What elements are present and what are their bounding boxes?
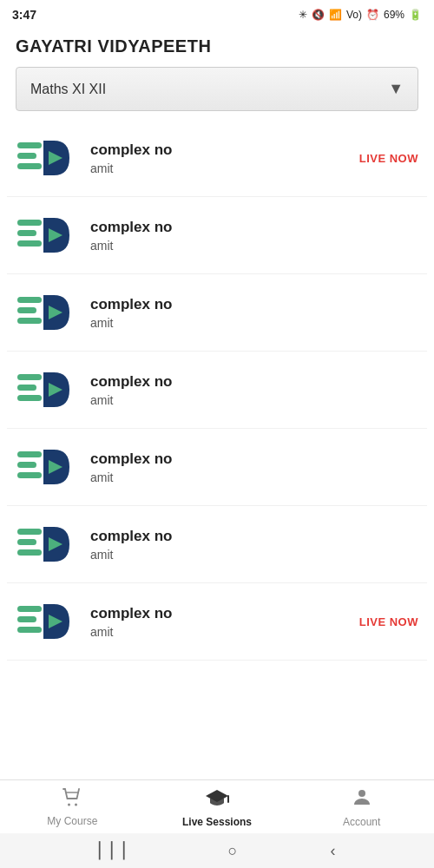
svg-rect-2 [17, 163, 42, 169]
svg-rect-21 [17, 539, 36, 545]
battery-icon: 🔋 [409, 9, 422, 21]
status-time: 3:47 [12, 8, 36, 22]
course-author: amit [90, 316, 418, 330]
svg-point-29 [75, 804, 77, 806]
nav-my-course-label: My Course [47, 815, 97, 827]
recent-apps-button[interactable]: ▏▏▏ [99, 841, 135, 860]
svg-rect-14 [17, 395, 42, 401]
svg-rect-0 [17, 142, 42, 148]
svg-rect-22 [17, 549, 42, 556]
app-title: GAYATRI VIDYAPEETH [16, 36, 211, 56]
course-title: complex no [90, 450, 418, 468]
course-author: amit [90, 548, 418, 562]
svg-rect-9 [17, 307, 36, 313]
course-info: complex noamit [90, 373, 418, 407]
signal-icon: Vo) [346, 9, 362, 21]
course-list: complex noamitLIVE NOW complex noamit co… [0, 120, 434, 661]
home-button[interactable]: ○ [228, 842, 238, 860]
course-title: complex no [90, 528, 418, 545]
wifi-icon: 📶 [329, 9, 342, 21]
course-logo [16, 595, 78, 648]
course-author: amit [90, 470, 418, 484]
svg-rect-5 [17, 230, 36, 236]
course-logo [16, 441, 78, 493]
course-title: complex no [90, 296, 418, 313]
course-item[interactable]: complex noamit [7, 352, 427, 429]
course-logo [16, 132, 78, 184]
volume-icon: 🔇 [312, 9, 325, 21]
svg-rect-8 [17, 297, 42, 303]
svg-rect-17 [17, 462, 36, 468]
svg-rect-24 [17, 606, 42, 612]
live-sessions-icon [205, 787, 229, 813]
course-item[interactable]: complex noamit [7, 429, 427, 506]
svg-rect-25 [17, 616, 36, 622]
bottom-nav: My Course Live Sessions Account [0, 779, 434, 833]
nav-live-sessions-label: Live Sessions [182, 816, 252, 828]
course-info: complex noamit [90, 296, 418, 330]
svg-rect-26 [17, 627, 42, 633]
course-item[interactable]: complex noamit [7, 197, 427, 274]
svg-point-32 [358, 790, 365, 797]
course-title: complex no [90, 373, 418, 391]
course-author: amit [90, 239, 418, 253]
nav-my-course[interactable]: My Course [0, 788, 145, 827]
svg-rect-13 [17, 385, 36, 391]
svg-rect-12 [17, 374, 42, 380]
svg-rect-10 [17, 318, 42, 324]
my-course-icon [62, 788, 82, 812]
svg-rect-18 [17, 472, 42, 478]
course-info: complex noamit [90, 450, 418, 484]
live-now-badge: LIVE NOW [359, 615, 418, 628]
account-icon [352, 787, 372, 813]
course-logo [16, 364, 78, 416]
course-logo [16, 209, 78, 261]
course-item[interactable]: complex noamit [7, 506, 427, 583]
nav-live-sessions[interactable]: Live Sessions [145, 787, 290, 828]
chevron-down-icon: ▼ [388, 80, 404, 98]
course-item[interactable]: complex noamit [7, 274, 427, 352]
svg-rect-4 [17, 220, 42, 226]
svg-point-28 [68, 804, 70, 806]
svg-rect-16 [17, 451, 42, 457]
nav-account[interactable]: Account [289, 787, 434, 828]
course-info: complex noamit [90, 528, 418, 562]
course-logo [16, 286, 78, 339]
alarm-icon: ⏰ [366, 9, 379, 21]
battery-label: 69% [384, 9, 404, 21]
status-bar: 3:47 ✳ 🔇 📶 Vo) ⏰ 69% 🔋 [0, 0, 434, 28]
svg-rect-1 [17, 153, 36, 159]
course-item[interactable]: complex noamitLIVE NOW [7, 583, 427, 661]
subject-dropdown[interactable]: Maths XI XII ▼ [16, 67, 418, 111]
nav-account-label: Account [343, 816, 380, 828]
svg-rect-6 [17, 240, 42, 247]
course-info: complex noamit [90, 219, 418, 253]
dropdown-label: Maths XI XII [30, 82, 106, 97]
live-now-badge: LIVE NOW [359, 152, 418, 165]
course-item[interactable]: complex noamitLIVE NOW [7, 120, 427, 197]
bluetooth-icon: ✳ [299, 9, 307, 21]
course-title: complex no [90, 219, 418, 236]
status-icons: ✳ 🔇 📶 Vo) ⏰ 69% 🔋 [299, 9, 422, 21]
app-header: GAYATRI VIDYAPEETH [0, 28, 434, 67]
back-button[interactable]: ‹ [330, 842, 335, 860]
gesture-bar: ▏▏▏ ○ ‹ [0, 833, 434, 868]
svg-rect-20 [17, 529, 42, 535]
course-logo [16, 518, 78, 570]
course-author: amit [90, 393, 418, 407]
